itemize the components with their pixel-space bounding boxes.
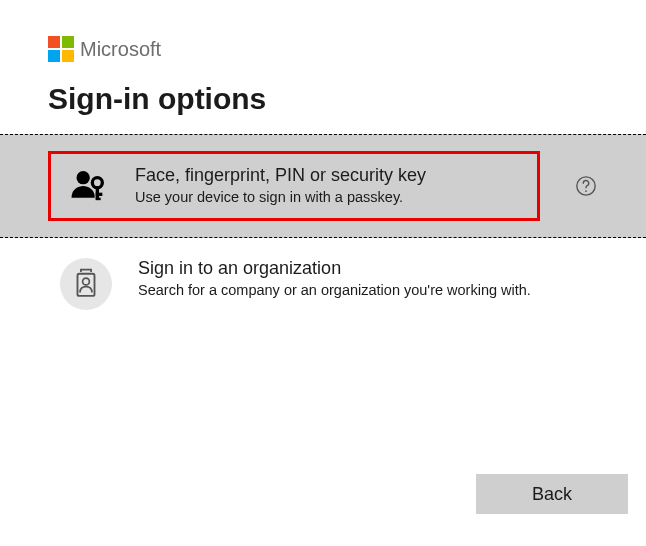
badge-icon [60,258,112,310]
microsoft-logo-icon [48,36,74,62]
svg-rect-2 [96,186,99,199]
page-title: Sign-in options [48,82,598,116]
brand: Microsoft [48,36,598,62]
svg-rect-3 [96,193,103,196]
svg-rect-4 [96,198,101,201]
brand-name: Microsoft [80,38,161,61]
svg-point-0 [77,171,90,184]
passkey-icon [65,162,113,210]
svg-point-8 [83,278,90,285]
option-passkey[interactable]: Face, fingerprint, PIN or security key U… [48,151,540,221]
svg-point-6 [585,190,587,192]
option-organization-desc: Search for a company or an organization … [138,281,538,301]
option-organization[interactable]: Sign in to an organization Search for a … [0,238,646,330]
back-button[interactable]: Back [476,474,628,514]
option-passkey-title: Face, fingerprint, PIN or security key [135,165,523,186]
option-passkey-desc: Use your device to sign in with a passke… [135,188,523,208]
option-organization-title: Sign in to an organization [138,258,538,279]
help-icon[interactable] [574,174,598,198]
option-passkey-row: Face, fingerprint, PIN or security key U… [0,134,646,238]
